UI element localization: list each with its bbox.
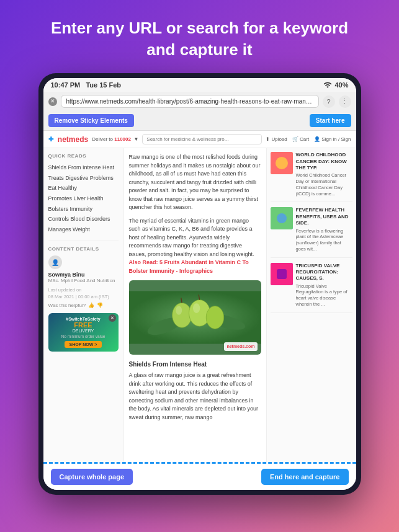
sidebar-link-5[interactable]: Bolsters Immunity	[48, 204, 119, 215]
related-thumb-2	[271, 207, 293, 229]
svg-point-7	[192, 303, 199, 313]
svg-point-3	[172, 303, 191, 328]
status-time: 10:47 PM Tue 15 Feb	[51, 81, 122, 89]
help-icon[interactable]: ?	[323, 95, 335, 108]
status-bar: 10:47 PM Tue 15 Feb 40%	[43, 78, 356, 92]
left-sidebar: QUICK READS Shields From Intense Heat Tr…	[43, 148, 124, 462]
ad-note: No minimum order value	[52, 334, 115, 339]
article-intro: Raw mango is one of the most relished fo…	[129, 153, 261, 212]
status-icons: 40%	[323, 81, 348, 89]
related-desc-2: Feverfew is a flowering plant of the Ast…	[296, 228, 352, 252]
content-details-box: CONTENT DETAILS 👤 Sowmya Binu MSc. Mphil…	[48, 241, 119, 308]
ad-close-button[interactable]: ✕	[109, 314, 116, 322]
cart-icon[interactable]: 🛒 Cart	[292, 136, 309, 142]
device-screen: 10:47 PM Tue 15 Feb 40% ✕ https://www.ne…	[43, 78, 356, 490]
svg-rect-15	[277, 269, 287, 279]
thumbs-up-icon[interactable]: 👍	[88, 303, 94, 308]
related-text-2: FEVERFEW HEALTH BENEFITS, USES AND SIDE.…	[296, 207, 352, 252]
related-title-2: FEVERFEW HEALTH BENEFITS, USES AND SIDE.	[296, 207, 352, 226]
helpful-row: Was this helpful? 👍 👎	[48, 303, 119, 308]
end-here-capture-button[interactable]: End here and capture	[261, 469, 348, 485]
related-thumb-3	[271, 263, 293, 285]
sidebar-link-3[interactable]: Eat Healthy	[48, 183, 119, 193]
article-subtitle-text: A glass of raw mango juice is a great re…	[129, 371, 261, 422]
related-text-3: TRICUSPID VALVE REGURGITATION: CAUSES, S…	[296, 263, 352, 308]
svg-point-5	[206, 306, 223, 329]
close-tab-button[interactable]: ✕	[48, 97, 57, 106]
related-article-1[interactable]: WORLD CHILDHOOD CANCER DAY: KNOW THE TYP…	[271, 152, 352, 202]
related-title-1: WORLD CHILDHOOD CANCER DAY: KNOW THE TYP…	[296, 152, 352, 171]
sidebar-link-6[interactable]: Controls Blood Disorders	[48, 214, 119, 224]
thumbs-down-icon[interactable]: 👎	[97, 303, 103, 308]
last-updated: Last updated on 08 Mar 2021 | 00:00 am (…	[48, 287, 119, 300]
menu-icon[interactable]: ⋮	[339, 95, 351, 108]
page-headline: Enter any URL or search for a keywordand…	[26, 0, 373, 73]
related-thumb-1	[271, 152, 293, 174]
device-frame: 10:47 PM Tue 15 Feb 40% ✕ https://www.ne…	[38, 73, 361, 495]
content-details-title: CONTENT DETAILS	[48, 246, 119, 252]
url-bar[interactable]: https://www.netmeds.com/health-library/p…	[61, 95, 319, 108]
svg-point-6	[176, 306, 182, 315]
remove-sticky-button[interactable]: Remove Sticky Elements	[48, 114, 134, 127]
related-desc-1: World Childhood Cancer Day or Internatio…	[296, 172, 352, 197]
related-article-2[interactable]: FEVERFEW HEALTH BENEFITS, USES AND SIDE.…	[271, 207, 352, 257]
right-sidebar: WORLD CHILDHOOD CANCER DAY: KNOW THE TYP…	[266, 148, 356, 462]
sign-in-icon[interactable]: 👤 Sign in / Sign	[314, 136, 351, 142]
site-header: ✚ netmeds Deliver to 110002 ▼ ⬆ Upload 🛒…	[43, 131, 356, 148]
author-avatar: 👤	[48, 255, 62, 269]
battery-level: 40%	[334, 81, 348, 89]
extension-toolbar: Remove Sticky Elements Start here	[43, 111, 356, 130]
site-logo: ✚ netmeds	[48, 135, 89, 144]
article-link[interactable]: Also Read: 5 Fruits Abundant In Vitamin …	[129, 259, 249, 274]
image-watermark: netmeds.com	[224, 342, 257, 352]
capture-whole-page-button[interactable]: Capture whole page	[51, 469, 133, 485]
related-title-3: TRICUSPID VALVE REGURGITATION: CAUSES, S…	[296, 263, 352, 282]
deliver-to-label: Deliver to 110002 ▼	[92, 136, 138, 142]
sidebar-link-4[interactable]: Promotes Liver Health	[48, 193, 119, 204]
author-name: Sowmya Binu	[48, 272, 119, 278]
sidebar-link-7[interactable]: Manages Weight	[48, 224, 119, 235]
related-desc-3: Tricuspid Valve Regurgitation is a type …	[296, 283, 352, 308]
site-header-icons: ⬆ Upload 🛒 Cart 👤 Sign in / Sign	[266, 136, 351, 142]
ad-banner: ✕ #SwitchToSafety FREE DELIVERY No minim…	[48, 313, 119, 352]
start-hero-button[interactable]: Start here	[310, 114, 351, 127]
main-content: QUICK READS Shields From Intense Heat Tr…	[43, 148, 356, 462]
article-content: Raw mango is one of the most relished fo…	[124, 148, 266, 462]
article-para2: The myriad of essential vitamins in gree…	[129, 217, 261, 276]
bottom-bar: Capture whole page End here and capture	[43, 462, 356, 490]
sidebar-link-2[interactable]: Treats Digestive Problems	[48, 173, 119, 184]
related-text-1: WORLD CHILDHOOD CANCER DAY: KNOW THE TYP…	[296, 152, 352, 197]
pincode[interactable]: 110002	[114, 136, 131, 142]
svg-point-13	[277, 213, 287, 223]
search-input[interactable]	[142, 134, 262, 144]
upload-icon[interactable]: ⬆ Upload	[266, 136, 287, 142]
quick-reads-title: QUICK READS	[48, 153, 119, 159]
ad-shop-button[interactable]: SHOP NOW >	[65, 341, 102, 348]
related-article-3[interactable]: TRICUSPID VALVE REGURGITATION: CAUSES, S…	[271, 263, 352, 313]
browser-chrome: ✕ https://www.netmeds.com/health-library…	[43, 92, 356, 131]
ad-delivery-label: DELIVERY	[52, 329, 115, 333]
author-title: MSc. Mphil Food And Nutrition	[48, 278, 119, 283]
svg-point-11	[276, 157, 288, 169]
sidebar-link-1[interactable]: Shields From Intense Heat	[48, 162, 119, 173]
article-image: netmeds.com	[129, 280, 261, 355]
ad-free-label: FREE	[52, 321, 115, 329]
ad-hashtag: #SwitchToSafety	[52, 317, 115, 321]
article-subtitle: Shields From Intense Heat	[129, 360, 261, 369]
